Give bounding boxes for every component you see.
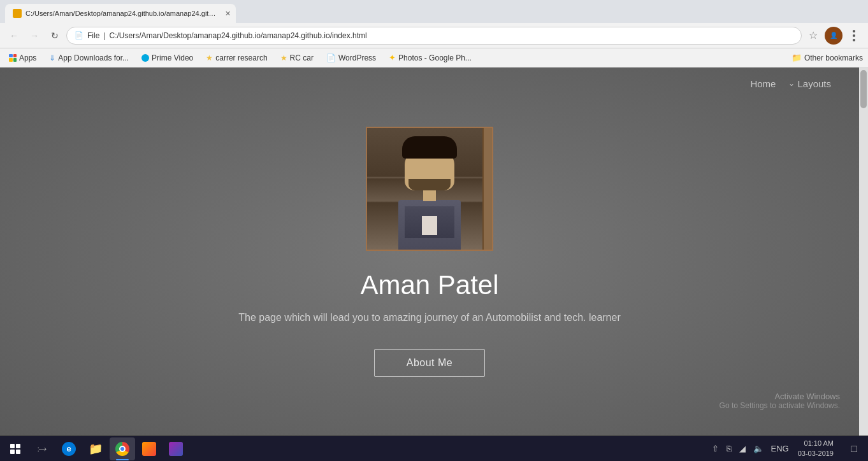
rc-car-icon: ★ bbox=[280, 53, 287, 62]
task-view-icon: ⧴ bbox=[38, 443, 47, 454]
clock-time: 01:10 AM bbox=[798, 439, 834, 448]
back-button[interactable]: ← bbox=[5, 27, 23, 45]
apps-label: Apps bbox=[19, 53, 36, 62]
chrome-menu-button[interactable] bbox=[845, 27, 863, 45]
rc-car-label: RC car bbox=[290, 53, 314, 62]
address-bar: ← → ↻ 📄 File | C:/Users/Aman/Desktop/ama… bbox=[0, 23, 868, 48]
carrer-label: carrer research bbox=[215, 53, 267, 62]
file-explorer-icon: 📁 bbox=[89, 442, 103, 456]
file-explorer-button[interactable]: 📁 bbox=[83, 437, 108, 460]
tab-bar: C:/Users/Aman/Desktop/amanap24.github.io… bbox=[0, 0, 868, 23]
other-bookmarks-label: Other bookmarks bbox=[804, 53, 863, 62]
file-icon: 📄 bbox=[75, 31, 83, 39]
edge-taskbar-button[interactable]: e bbox=[56, 437, 82, 460]
bookmark-carrer-research[interactable]: ★ carrer research bbox=[202, 52, 271, 64]
address-prefix: File bbox=[87, 31, 99, 40]
bookmark-app-downloads[interactable]: ⇓ App Downloads for... bbox=[45, 52, 133, 64]
tray-network-icon[interactable]: ⎘ bbox=[724, 441, 734, 456]
activation-line1: Activate Windows bbox=[720, 392, 840, 401]
profile-icon: 👤 bbox=[830, 32, 837, 39]
start-button[interactable] bbox=[3, 437, 28, 460]
nav-layouts-dropdown[interactable]: ⌄ Layouts bbox=[788, 78, 831, 89]
carrer-icon: ★ bbox=[206, 53, 213, 62]
windows-taskbar: ⧴ e 📁 ⇧ ⎘ ◢ � bbox=[0, 436, 868, 461]
app-downloads-icon: ⇓ bbox=[49, 53, 55, 62]
chrome-taskbar-button[interactable] bbox=[110, 437, 135, 460]
prime-icon bbox=[141, 54, 149, 62]
sublime-icon bbox=[142, 442, 156, 456]
browser-frame: C:/Users/Aman/Desktop/amanap24.github.io… bbox=[0, 0, 868, 461]
wordpress-label: WordPress bbox=[338, 53, 376, 62]
scrollbar[interactable] bbox=[859, 67, 868, 436]
clock-date: 03-03-2019 bbox=[798, 449, 834, 458]
profile-image-container bbox=[366, 127, 493, 251]
refresh-button[interactable]: ↻ bbox=[46, 27, 64, 45]
menu-dot-3 bbox=[853, 39, 855, 41]
activation-watermark: Activate Windows Go to Settings to activ… bbox=[720, 392, 840, 410]
photos-icon: ✦ bbox=[389, 53, 396, 62]
bookmark-star-button[interactable]: ☆ bbox=[804, 27, 822, 45]
nav-layouts[interactable]: Layouts bbox=[797, 78, 831, 89]
browser-tab[interactable]: C:/Users/Aman/Desktop/amanap24.github.io… bbox=[5, 4, 236, 23]
profile-image bbox=[367, 128, 492, 250]
bookmark-rc-car[interactable]: ★ RC car bbox=[277, 52, 317, 64]
windows-logo-icon bbox=[10, 444, 20, 454]
dropdown-chevron-icon: ⌄ bbox=[788, 79, 795, 88]
sublime-taskbar-button[interactable] bbox=[136, 437, 162, 460]
notification-icon: □ bbox=[851, 443, 857, 455]
unknown-app-icon bbox=[169, 442, 183, 456]
bookmark-photos[interactable]: ✦ Photos - Google Ph... bbox=[385, 52, 475, 64]
app-downloads-label: App Downloads for... bbox=[58, 53, 129, 62]
activation-line2: Go to Settings to activate Windows. bbox=[720, 401, 840, 410]
chrome-icon bbox=[115, 442, 129, 456]
edge-icon: e bbox=[62, 442, 76, 456]
folder-icon: 📁 bbox=[792, 53, 802, 62]
prime-label: Prime Video bbox=[152, 53, 193, 62]
tray-arrows-icon[interactable]: ⇧ bbox=[709, 441, 721, 456]
scrollbar-thumb[interactable] bbox=[860, 70, 867, 108]
unknown-app-button[interactable] bbox=[163, 437, 189, 460]
menu-dot-2 bbox=[853, 34, 855, 37]
tab-close-btn[interactable]: ✕ bbox=[225, 10, 231, 18]
nav-home[interactable]: Home bbox=[750, 78, 776, 89]
tab-favicon bbox=[13, 9, 22, 18]
bookmark-wordpress[interactable]: 📄 WordPress bbox=[322, 52, 380, 64]
task-view-button[interactable]: ⧴ bbox=[29, 437, 55, 460]
bookmarks-bar: Apps ⇓ App Downloads for... Prime Video … bbox=[0, 48, 868, 67]
address-input[interactable]: 📄 File | C:/Users/Aman/Desktop/amanap24.… bbox=[66, 27, 802, 45]
menu-dot-1 bbox=[853, 30, 855, 32]
hero-name: Aman Patel bbox=[360, 270, 498, 301]
webpage: Home ⌄ Layouts bbox=[0, 67, 868, 436]
address-url: C:/Users/Aman/Desktop/amanap24.github.io… bbox=[109, 31, 366, 40]
photos-label: Photos - Google Ph... bbox=[398, 53, 472, 62]
apps-grid-icon bbox=[9, 54, 17, 62]
bookmark-apps[interactable]: Apps bbox=[5, 52, 40, 64]
tab-title: C:/Users/Aman/Desktop/amanap24.github.io… bbox=[25, 10, 217, 17]
site-navigation: Home ⌄ Layouts bbox=[0, 67, 850, 99]
wordpress-icon: 📄 bbox=[326, 53, 336, 62]
bookmark-prime-video[interactable]: Prime Video bbox=[138, 52, 197, 64]
forward-button[interactable]: → bbox=[25, 27, 43, 45]
profile-button[interactable]: 👤 bbox=[825, 27, 843, 45]
other-bookmarks[interactable]: 📁 Other bookmarks bbox=[792, 53, 863, 62]
system-clock[interactable]: 01:10 AM 03-03-2019 bbox=[794, 439, 837, 458]
notification-center-button[interactable]: □ bbox=[843, 437, 865, 460]
tray-volume-icon[interactable]: 🔈 bbox=[751, 441, 766, 456]
tray-wifi-icon[interactable]: ◢ bbox=[737, 441, 748, 456]
language-label[interactable]: ENG bbox=[769, 441, 792, 456]
about-me-button[interactable]: About Me bbox=[374, 349, 485, 377]
hero-section: Home ⌄ Layouts bbox=[0, 67, 859, 436]
hero-tagline: The page which will lead you to amazing … bbox=[238, 312, 620, 323]
system-tray: ⇧ ⎘ ◢ 🔈 ENG 01:10 AM 03-03-2019 bbox=[705, 439, 841, 458]
address-separator: | bbox=[103, 31, 105, 40]
